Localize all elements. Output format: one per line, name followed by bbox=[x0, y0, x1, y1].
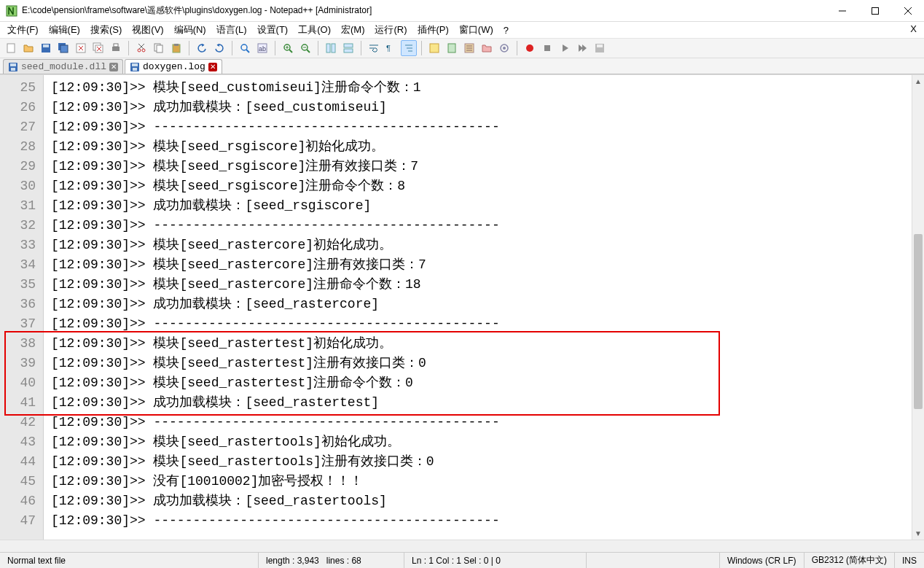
copy-icon[interactable] bbox=[151, 40, 167, 56]
status-spacer bbox=[587, 553, 720, 568]
play-macro-icon[interactable] bbox=[557, 40, 573, 56]
tab-seed-module[interactable]: seed_module.dll ✕ bbox=[3, 59, 123, 74]
code-line: [12:09:30]>> 模块[seed_customiseui]注册命令个数：… bbox=[51, 78, 924, 98]
tabbar: seed_module.dll ✕ doxygen.log ✕ bbox=[0, 58, 924, 74]
sync-h-icon[interactable] bbox=[340, 40, 356, 56]
record-macro-icon[interactable] bbox=[522, 40, 538, 56]
file-saved-icon bbox=[130, 62, 140, 72]
menu-search[interactable]: 搜索(S) bbox=[86, 22, 126, 38]
save-macro-icon[interactable] bbox=[592, 40, 608, 56]
cut-icon[interactable] bbox=[133, 40, 149, 56]
show-all-icon[interactable]: ¶ bbox=[383, 40, 399, 56]
maximize-button[interactable] bbox=[858, 0, 891, 22]
svg-point-19 bbox=[138, 49, 141, 52]
word-wrap-icon[interactable] bbox=[366, 40, 382, 56]
code-line: [12:09:30]>> 模块[seed_rsgiscore]注册命令个数：8 bbox=[51, 176, 924, 196]
code-view[interactable]: [12:09:30]>> 模块[seed_customiseui]注册命令个数：… bbox=[44, 75, 924, 552]
redo-icon[interactable] bbox=[211, 40, 227, 56]
toolbar-separator bbox=[421, 41, 422, 55]
monitor-icon[interactable] bbox=[496, 40, 512, 56]
svg-rect-47 bbox=[448, 44, 455, 52]
svg-rect-55 bbox=[544, 45, 550, 51]
paste-icon[interactable] bbox=[168, 40, 184, 56]
replace-icon[interactable]: ab bbox=[254, 40, 270, 56]
status-lines-text: lines : 68 bbox=[326, 556, 361, 566]
toolbar-separator bbox=[128, 41, 129, 55]
line-number: 35 bbox=[0, 275, 43, 295]
svg-line-32 bbox=[289, 50, 292, 52]
tab-close-icon[interactable]: ✕ bbox=[208, 63, 217, 71]
vertical-scrollbar[interactable]: ▲ ▼ bbox=[912, 75, 924, 540]
svg-rect-24 bbox=[157, 45, 163, 52]
menu-tools[interactable]: 工具(O) bbox=[294, 22, 335, 38]
menu-view[interactable]: 视图(V) bbox=[128, 22, 168, 38]
stop-macro-icon[interactable] bbox=[539, 40, 555, 56]
close-all-icon[interactable] bbox=[90, 40, 106, 56]
scroll-down-arrow[interactable]: ▼ bbox=[912, 527, 924, 540]
doc-map-icon[interactable] bbox=[444, 40, 460, 56]
zoom-out-icon[interactable] bbox=[297, 40, 313, 56]
scroll-up-arrow[interactable]: ▲ bbox=[912, 75, 924, 87]
svg-rect-5 bbox=[7, 44, 15, 52]
line-number: 47 bbox=[0, 511, 43, 531]
close-file-icon[interactable] bbox=[73, 40, 89, 56]
svg-rect-63 bbox=[133, 68, 137, 71]
minimize-button[interactable] bbox=[826, 0, 858, 22]
new-file-icon[interactable] bbox=[3, 40, 19, 56]
menubar-close-x[interactable]: X bbox=[910, 23, 917, 34]
function-list-icon[interactable] bbox=[461, 40, 477, 56]
svg-rect-60 bbox=[11, 68, 15, 71]
tab-doxygen-log[interactable]: doxygen.log ✕ bbox=[125, 59, 222, 74]
titlebar: E:\code\pension\frame\software\遥感软件\plug… bbox=[0, 0, 924, 22]
lang-icon[interactable] bbox=[426, 40, 442, 56]
line-number: 34 bbox=[0, 255, 43, 275]
play-multi-icon[interactable] bbox=[574, 40, 590, 56]
menu-plugins[interactable]: 插件(P) bbox=[413, 22, 453, 38]
menu-window[interactable]: 窗口(W) bbox=[455, 22, 498, 38]
indent-guide-icon[interactable] bbox=[401, 40, 417, 56]
save-all-icon[interactable] bbox=[55, 40, 71, 56]
zoom-in-icon[interactable] bbox=[280, 40, 296, 56]
menu-macro[interactable]: 宏(M) bbox=[337, 22, 369, 38]
menu-settings[interactable]: 设置(T) bbox=[253, 22, 293, 38]
menu-run[interactable]: 运行(R) bbox=[370, 22, 411, 38]
code-line: [12:09:30]>> 模块[seed_rsgiscore]初始化成功。 bbox=[51, 137, 924, 157]
scroll-thumb[interactable] bbox=[914, 234, 923, 409]
folder-icon[interactable] bbox=[479, 40, 495, 56]
code-line: [12:09:30]>> 成功加载模块：[seed_rastertools] bbox=[51, 491, 924, 511]
svg-rect-57 bbox=[597, 44, 603, 47]
svg-line-21 bbox=[139, 44, 144, 49]
line-number: 30 bbox=[0, 176, 43, 196]
menu-help[interactable]: ? bbox=[499, 23, 513, 37]
save-icon[interactable] bbox=[38, 40, 54, 56]
code-line: [12:09:30]>> 模块[seed_rastertest]注册命令个数：0 bbox=[51, 373, 924, 393]
close-button[interactable] bbox=[891, 0, 924, 22]
tab-close-icon[interactable]: ✕ bbox=[109, 63, 118, 71]
svg-rect-62 bbox=[132, 63, 138, 66]
menu-encoding[interactable]: 编码(N) bbox=[170, 22, 211, 38]
code-line: [12:09:30]>> 模块[seed_rastertest]注册有效接口类：… bbox=[51, 354, 924, 373]
editor-area: 2526272829303132333435363738394041424344… bbox=[0, 74, 924, 552]
code-line: [12:09:30]>> 没有[10010002]加密号授权！！！ bbox=[51, 472, 924, 491]
print-icon[interactable] bbox=[108, 40, 124, 56]
code-line: [12:09:30]>> 模块[seed_rastercore]注册有效接口类：… bbox=[51, 255, 924, 275]
svg-rect-18 bbox=[114, 44, 118, 47]
open-folder-icon[interactable] bbox=[20, 40, 36, 56]
line-number: 28 bbox=[0, 137, 43, 157]
toolbar-separator bbox=[318, 41, 318, 55]
menu-edit[interactable]: 编辑(E) bbox=[44, 22, 85, 38]
code-line: [12:09:30]>> ---------------------------… bbox=[51, 413, 924, 432]
line-number: 29 bbox=[0, 157, 43, 176]
svg-rect-7 bbox=[43, 44, 49, 47]
code-line: [12:09:30]>> ---------------------------… bbox=[51, 216, 924, 236]
horizontal-scrollbar[interactable] bbox=[0, 540, 924, 552]
sync-v-icon[interactable] bbox=[323, 40, 339, 56]
svg-line-22 bbox=[138, 44, 144, 49]
undo-icon[interactable] bbox=[194, 40, 210, 56]
svg-rect-39 bbox=[332, 44, 335, 52]
find-icon[interactable] bbox=[237, 40, 253, 56]
menu-language[interactable]: 语言(L) bbox=[212, 22, 251, 38]
line-number: 42 bbox=[0, 413, 43, 432]
menu-file[interactable]: 文件(F) bbox=[3, 22, 43, 38]
line-number: 36 bbox=[0, 295, 43, 314]
